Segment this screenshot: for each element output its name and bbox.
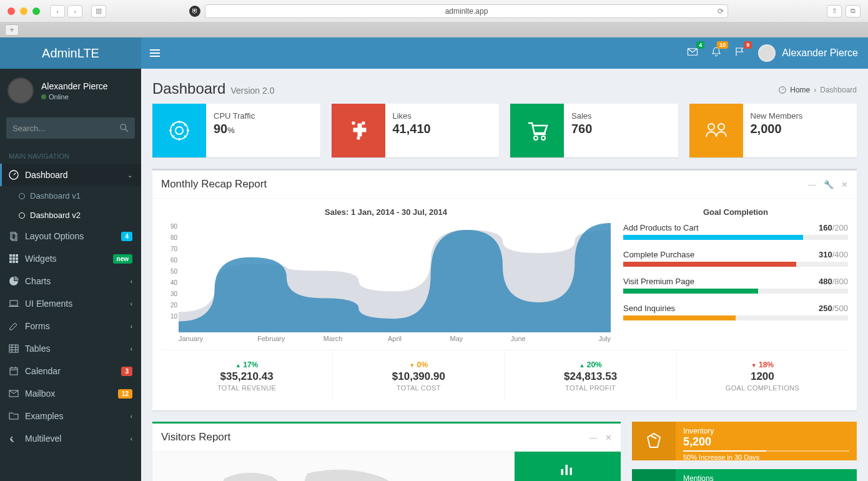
tasks-badge: 9 — [744, 41, 752, 49]
share-button[interactable]: ⇧ — [827, 5, 842, 17]
panel-title: Monthly Recap Report — [161, 178, 267, 191]
tabs-button[interactable]: ⧉ — [846, 5, 861, 17]
nav-label: Widgets — [25, 254, 57, 264]
collapse-button[interactable]: — — [808, 180, 816, 189]
panel-title: Visitors Report — [161, 431, 230, 444]
widget-mentions[interactable]: Mentions — [632, 469, 857, 481]
stat-box-new-members[interactable]: New Members2,000 — [689, 104, 857, 157]
sales-chart: 908070605040302010 — [179, 223, 611, 332]
messages-button[interactable]: 4 — [687, 46, 698, 60]
search-icon — [120, 124, 129, 132]
stat-icon — [510, 104, 564, 157]
svg-line-1 — [126, 129, 128, 132]
sidebar-subitem-dashboard-v1[interactable]: Dashboard v1 — [0, 186, 141, 206]
svg-rect-10 — [16, 257, 18, 260]
circle-icon — [19, 212, 25, 219]
svg-rect-7 — [16, 254, 18, 257]
stat-icon — [689, 104, 743, 157]
nav-label: UI Elements — [25, 299, 72, 309]
minimize-window-button[interactable] — [20, 7, 27, 15]
sidebar-item-examples[interactable]: Examples‹ — [0, 405, 141, 427]
svg-rect-27 — [570, 468, 573, 475]
footer-stat-total-profit: ▲ 20%$24,813.53TOTAL PROFIT — [505, 350, 677, 402]
sidebar-item-forms[interactable]: Forms‹ — [0, 315, 141, 337]
stat-value: 760 — [571, 122, 671, 136]
sidebar-item-ui-elements[interactable]: UI Elements‹ — [0, 292, 141, 315]
user-status: Online — [41, 93, 108, 101]
sidebar-item-tables[interactable]: Tables‹ — [0, 337, 141, 360]
close-icon[interactable]: ✕ — [605, 433, 612, 442]
svg-point-23 — [708, 124, 714, 130]
svg-rect-5 — [9, 254, 12, 257]
sidebar-subitem-dashboard-v2[interactable]: Dashboard v2 — [0, 206, 141, 225]
notifications-button[interactable]: 10 — [711, 46, 722, 60]
sidebar-item-calendar[interactable]: Calendar3 — [0, 360, 141, 382]
stat-value: 2,000 — [751, 122, 850, 136]
svg-rect-11 — [9, 260, 12, 263]
back-button[interactable]: ‹ — [50, 5, 65, 17]
breadcrumb-home[interactable]: Home — [790, 86, 810, 94]
progress-bar — [623, 315, 848, 320]
sidebar-item-mailbox[interactable]: Mailbox12 — [0, 382, 141, 405]
close-window-button[interactable] — [7, 7, 15, 15]
stat-title: Likes — [393, 111, 492, 121]
nav-label: Mailbox — [25, 389, 55, 399]
widget-inventory[interactable]: Inventory5,20050% Increase in 30 Days — [632, 422, 857, 460]
forward-button[interactable]: › — [67, 5, 82, 17]
stat-box-likes[interactable]: Likes41,410 — [332, 104, 500, 157]
reload-icon[interactable]: ⟳ — [718, 7, 724, 16]
nav-badge: 4 — [121, 232, 132, 241]
nav-label: Multilevel — [25, 434, 61, 444]
stat-title: Sales — [571, 111, 671, 121]
user-name: Alexander Pierce — [41, 81, 108, 91]
tasks-button[interactable]: 9 — [734, 46, 746, 60]
share-icon — [9, 434, 19, 444]
nav-label: Layout Options — [25, 231, 84, 241]
nav-label: Forms — [25, 321, 50, 331]
svg-point-0 — [121, 124, 126, 130]
address-bar[interactable]: ⛨ adminlte.app ⟳ — [205, 4, 728, 18]
sidebar-item-multilevel[interactable]: Multilevel‹ — [0, 427, 141, 450]
stat-value: 41,410 — [393, 122, 492, 136]
visitors-stat: 8390 — [515, 452, 621, 481]
stat-title: CPU Traffic — [214, 111, 313, 121]
bar-chart-icon — [559, 460, 576, 478]
page-subtitle: Version 2.0 — [230, 86, 274, 96]
logo[interactable]: AdminLTE — [0, 37, 141, 69]
collapse-button[interactable]: — — [589, 433, 598, 442]
nav-badge: 3 — [121, 367, 132, 376]
notifications-badge: 10 — [717, 41, 728, 49]
svg-rect-15 — [9, 345, 18, 352]
progress-bar — [623, 289, 848, 294]
settings-icon[interactable]: 🔧 — [824, 180, 834, 189]
sidebar-item-widgets[interactable]: Widgetsnew — [0, 247, 141, 270]
visitors-panel: Visitors Report — ✕ 8390 — [152, 422, 621, 481]
footer-stat-total-cost: ▼ 0%$10,390.90TOTAL COST — [333, 350, 505, 402]
sidebar-item-layout-options[interactable]: Layout Options4 — [0, 225, 141, 247]
nav-label: Calendar — [25, 366, 61, 376]
stat-box-sales[interactable]: Sales760 — [510, 104, 678, 157]
sidebar-toggle[interactable] — [141, 37, 169, 69]
close-icon[interactable]: ✕ — [841, 180, 848, 189]
sidebar-search[interactable] — [6, 117, 135, 139]
sidebar-item-dashboard[interactable]: Dashboard⌄ — [0, 164, 141, 186]
content-header: Dashboard Version 2.0 Home › Dashboard — [141, 69, 868, 104]
nav-label: Charts — [25, 276, 51, 286]
window-controls[interactable] — [7, 7, 40, 15]
sidebar-item-charts[interactable]: Charts‹ — [0, 270, 141, 292]
maximize-window-button[interactable] — [32, 7, 40, 15]
user-menu[interactable]: Alexander Pierce — [758, 44, 858, 62]
new-tab-button[interactable]: + — [5, 24, 19, 36]
footer-stat-goal-completions: ▼ 18%1200GOAL COMPLETIONS — [677, 350, 848, 402]
world-map[interactable] — [152, 452, 515, 481]
avatar — [758, 44, 776, 62]
nav-label: Examples — [25, 411, 63, 421]
sidebar-toggle-button[interactable]: ▥ — [91, 5, 106, 17]
breadcrumb-current: Dashboard — [820, 86, 857, 94]
goal-complete-purchase: Complete Purchase310/400 — [623, 250, 848, 267]
footer-stat-total-revenue: ▲ 17%$35,210.43TOTAL REVENUE — [161, 350, 333, 402]
url-text: adminlte.app — [445, 7, 488, 16]
svg-point-21 — [534, 136, 538, 140]
search-input[interactable] — [12, 124, 120, 133]
stat-box-cpu-traffic[interactable]: CPU Traffic90% — [152, 104, 320, 157]
